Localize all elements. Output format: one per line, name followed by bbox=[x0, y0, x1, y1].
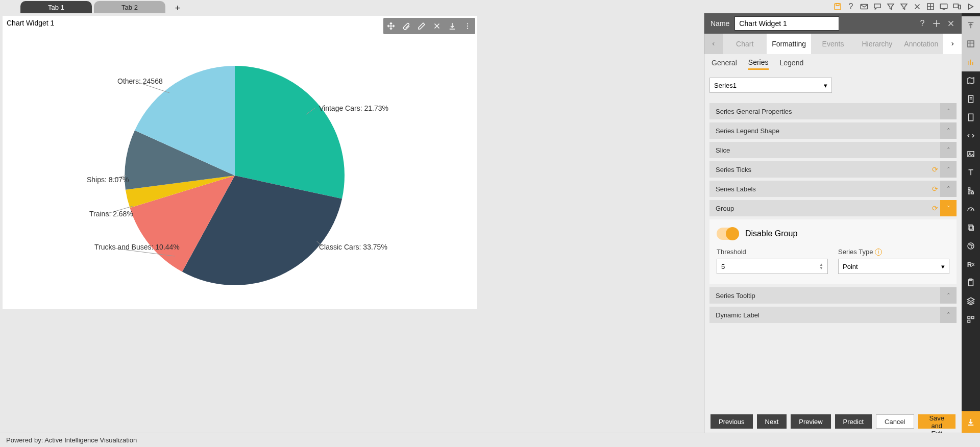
monitor-icon[interactable] bbox=[939, 2, 948, 11]
refresh-icon[interactable]: ⟳ bbox=[932, 204, 938, 212]
add-tab-button[interactable]: + bbox=[173, 3, 183, 13]
image-icon[interactable] bbox=[962, 145, 980, 163]
svg-rect-18 bbox=[969, 114, 973, 121]
filter-icon[interactable] bbox=[899, 2, 909, 11]
chevron-down-icon[interactable]: ˅ bbox=[940, 200, 957, 216]
gauge-icon[interactable] bbox=[962, 200, 980, 218]
tab-2[interactable]: Tab 2 bbox=[94, 1, 165, 13]
tools-icon[interactable] bbox=[913, 2, 922, 11]
mail-icon[interactable] bbox=[860, 2, 869, 11]
series-type-value: Point bbox=[843, 263, 858, 270]
page-icon[interactable] bbox=[962, 108, 980, 127]
save-icon[interactable] bbox=[833, 2, 842, 11]
download-icon[interactable] bbox=[448, 21, 457, 31]
panel-move-icon[interactable] bbox=[932, 19, 941, 28]
download-button[interactable] bbox=[962, 411, 980, 433]
subtab-legend[interactable]: Legend bbox=[780, 59, 804, 69]
svg-rect-32 bbox=[968, 316, 970, 319]
tab-annotation[interactable]: Annotation bbox=[899, 34, 943, 54]
help-icon[interactable]: ? bbox=[846, 2, 855, 11]
acc-labels[interactable]: Series Labels⟳˄ bbox=[709, 181, 957, 197]
spinner-icon[interactable]: ▲▼ bbox=[819, 263, 823, 270]
chevron-up-icon[interactable]: ˄ bbox=[940, 161, 957, 178]
copy-icon[interactable] bbox=[962, 218, 980, 237]
cancel-button[interactable]: Cancel bbox=[876, 414, 914, 429]
disable-group-toggle[interactable] bbox=[717, 228, 739, 240]
chevron-up-icon[interactable]: ˄ bbox=[940, 181, 957, 197]
svg-rect-6 bbox=[959, 5, 961, 9]
clipboard-icon[interactable] bbox=[962, 274, 980, 292]
acc-slice[interactable]: Slice˄ bbox=[709, 142, 957, 158]
collapse-icon[interactable] bbox=[962, 16, 980, 35]
chart-icon[interactable] bbox=[962, 53, 980, 71]
acc-dynamic[interactable]: Dynamic Label˄ bbox=[709, 307, 957, 323]
tab-1[interactable]: Tab 1 bbox=[20, 1, 92, 13]
code-icon[interactable] bbox=[962, 127, 980, 145]
layers-icon[interactable] bbox=[962, 292, 980, 310]
grid-icon[interactable] bbox=[926, 2, 935, 11]
panel-close-icon[interactable] bbox=[946, 19, 955, 28]
info-icon[interactable]: i bbox=[875, 249, 882, 256]
funnel-icon[interactable] bbox=[886, 2, 895, 11]
group-body: Disable Group Threshold 5 ▲▼ Series Type… bbox=[709, 219, 957, 284]
refresh-icon[interactable]: ⟳ bbox=[932, 165, 938, 173]
tab-chart[interactable]: Chart bbox=[723, 34, 767, 54]
tabs-next-icon[interactable] bbox=[943, 34, 962, 54]
rx-icon[interactable]: Rx bbox=[962, 255, 980, 274]
tab-formatting[interactable]: Formatting bbox=[767, 34, 811, 54]
svg-point-26 bbox=[968, 243, 974, 249]
settings-icon[interactable] bbox=[432, 21, 442, 31]
chevron-up-icon[interactable]: ˄ bbox=[940, 287, 957, 304]
move-icon[interactable] bbox=[386, 21, 396, 31]
devices-icon[interactable] bbox=[952, 2, 962, 11]
series-type-select[interactable]: Point ▾ bbox=[838, 259, 949, 274]
acc-group[interactable]: Group⟳˅ bbox=[709, 200, 957, 216]
subtab-general[interactable]: General bbox=[712, 59, 737, 69]
data-icon[interactable] bbox=[962, 35, 980, 53]
next-button[interactable]: Next bbox=[757, 414, 787, 429]
series-type-label: Series Type bbox=[838, 248, 873, 256]
preview-button[interactable]: Preview bbox=[791, 414, 830, 429]
tab-1-label: Tab 1 bbox=[48, 4, 64, 11]
label-others: Others: 24568 bbox=[117, 77, 163, 85]
subtab-series[interactable]: Series bbox=[748, 58, 769, 70]
acc-legend-shape[interactable]: Series Legend Shape˄ bbox=[709, 122, 957, 139]
predict-button[interactable]: Predict bbox=[835, 414, 872, 429]
chevron-up-icon[interactable]: ˄ bbox=[940, 122, 957, 139]
previous-button[interactable]: Previous bbox=[710, 414, 753, 429]
label-classic: Classic Cars: 33.75% bbox=[319, 243, 387, 251]
edit-icon[interactable] bbox=[417, 21, 426, 31]
slice-vintage[interactable] bbox=[235, 66, 345, 199]
acc-tooltip[interactable]: Series Tooltip˄ bbox=[709, 287, 957, 304]
tabs-prev-icon[interactable] bbox=[704, 34, 723, 54]
acc-ticks[interactable]: Series Ticks⟳˄ bbox=[709, 161, 957, 178]
tab-events[interactable]: Events bbox=[811, 34, 855, 54]
name-input[interactable] bbox=[734, 16, 839, 31]
tab-hierarchy[interactable]: Hierarchy bbox=[855, 34, 899, 54]
more-icon[interactable] bbox=[463, 21, 472, 31]
chart-widget[interactable]: Chart Widget 1 bbox=[3, 16, 477, 309]
panel-help-icon[interactable]: ? bbox=[918, 19, 927, 28]
brush-icon[interactable] bbox=[962, 237, 980, 255]
chevron-up-icon[interactable]: ˄ bbox=[940, 142, 957, 158]
svg-rect-16 bbox=[968, 41, 974, 47]
acc-general-props[interactable]: Series General Properties˄ bbox=[709, 103, 957, 119]
play-icon[interactable] bbox=[966, 2, 975, 11]
series-select[interactable]: Series1 ▾ bbox=[709, 78, 832, 93]
chevron-down-icon: ▾ bbox=[941, 263, 945, 270]
chevron-up-icon[interactable]: ˄ bbox=[940, 307, 957, 323]
refresh-icon[interactable]: ⟳ bbox=[932, 185, 938, 193]
label-trains: Trains: 2.68% bbox=[89, 210, 133, 218]
report-icon[interactable] bbox=[962, 90, 980, 108]
comment-icon[interactable] bbox=[873, 2, 882, 11]
clip-icon[interactable] bbox=[402, 21, 411, 31]
text-icon[interactable] bbox=[962, 163, 980, 182]
map-icon[interactable] bbox=[962, 71, 980, 90]
threshold-input[interactable]: 5 ▲▼ bbox=[717, 259, 828, 274]
save-button[interactable]: Save and Exit bbox=[918, 414, 956, 429]
tree-icon[interactable] bbox=[962, 182, 980, 200]
svg-point-28 bbox=[972, 245, 973, 246]
sub-tabs: General Series Legend bbox=[704, 54, 962, 73]
chevron-up-icon[interactable]: ˄ bbox=[940, 103, 957, 119]
widgets-icon[interactable] bbox=[962, 310, 980, 329]
